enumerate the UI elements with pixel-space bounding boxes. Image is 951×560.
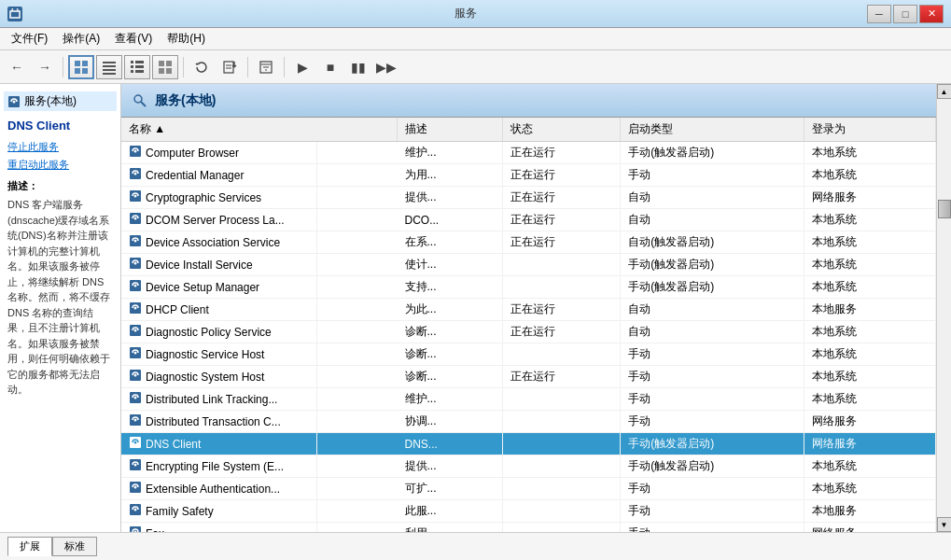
col-header-login[interactable]: 登录为 <box>804 118 936 142</box>
table-row[interactable]: Device Install Service使计...手动(触发器启动)本地系统 <box>121 254 936 276</box>
table-row[interactable]: Family Safety此服...手动本地服务 <box>121 500 936 523</box>
table-row[interactable]: Fax利用...手动网络服务 <box>121 523 936 533</box>
service-desc-cell: DNS... <box>398 433 503 455</box>
service-start-cell: 手动(触发器启动) <box>621 433 804 455</box>
service-icon <box>129 145 142 161</box>
service-icon <box>129 346 142 362</box>
service-name-text: Computer Browser <box>146 147 239 160</box>
main-scrollbar[interactable]: ▲ ▼ <box>936 84 951 532</box>
scroll-up-arrow[interactable]: ▲ <box>937 84 952 99</box>
service-desc-cell: 诊断... <box>398 366 503 388</box>
service-login-cell: 本地系统 <box>804 343 936 366</box>
services-icon <box>7 95 21 108</box>
service-name-cell: DCOM Server Process La... <box>121 209 317 231</box>
col-header-start[interactable]: 启动类型 <box>621 118 804 142</box>
svg-rect-15 <box>159 61 164 66</box>
service-icon <box>129 212 142 228</box>
service-icon <box>129 279 142 295</box>
service-name-text: Distributed Transaction C... <box>146 415 281 428</box>
stop-button[interactable]: ■ <box>317 55 343 79</box>
service-name-text: Device Setup Manager <box>146 281 259 294</box>
service-start-cell: 手动 <box>621 366 804 388</box>
service-start-cell: 手动 <box>621 500 804 523</box>
service-start-cell: 手动(触发器启动) <box>621 254 804 276</box>
service-name-text: DHCP Client <box>146 303 209 316</box>
view-btn-3[interactable] <box>124 55 150 79</box>
service-status-cell <box>502 276 621 299</box>
table-row[interactable]: Extensible Authentication...可扩...手动本地系统 <box>121 478 936 500</box>
close-button[interactable]: ✕ <box>919 5 944 23</box>
table-row[interactable]: Computer Browser维护...正在运行手动(触发器启动)本地系统 <box>121 142 936 164</box>
service-status-cell <box>502 478 621 500</box>
service-start-cell: 手动(触发器启动) <box>621 142 804 164</box>
left-service-title: DNS Client <box>4 119 117 133</box>
service-name-cell: Extensible Authentication... <box>121 478 317 499</box>
menu-action[interactable]: 操作(A) <box>55 29 107 49</box>
svg-rect-8 <box>103 73 116 75</box>
service-name-cell: DNS Client <box>121 433 317 455</box>
scroll-thumb[interactable] <box>938 200 951 218</box>
tab-extended[interactable]: 扩展 <box>7 537 52 556</box>
play-button[interactable]: ▶ <box>289 55 315 79</box>
table-row[interactable]: Cryptographic Services提供...正在运行自动网络服务 <box>121 187 936 209</box>
menu-view[interactable]: 查看(V) <box>107 29 160 49</box>
minimize-button[interactable]: ─ <box>867 5 891 23</box>
maximize-button[interactable]: □ <box>893 5 917 23</box>
refresh-button[interactable] <box>189 55 215 79</box>
restart-service-link[interactable]: 重启动此服务 <box>4 158 117 172</box>
service-name-text: Fax <box>146 527 164 533</box>
stop-service-link[interactable]: 停止此服务 <box>4 140 117 154</box>
table-row[interactable]: Diagnostic Service Host诊断...手动本地系统 <box>121 343 936 366</box>
svg-rect-3 <box>75 68 80 74</box>
col-header-status[interactable]: 状态 <box>502 118 621 142</box>
menu-file[interactable]: 文件(F) <box>4 29 55 49</box>
svg-point-33 <box>134 195 137 198</box>
svg-point-51 <box>134 397 137 399</box>
col-header-desc[interactable]: 描述 <box>398 118 503 142</box>
back-button[interactable]: ← <box>4 55 30 79</box>
service-description: DNS 客户端服务(dnscache)缓存域名系统(DNS)名称并注册该计算机的… <box>4 197 117 398</box>
table-row[interactable]: Distributed Link Tracking...维护...手动本地系统 <box>121 388 936 411</box>
main-area: 服务(本地) DNS Client 停止此服务 重启动此服务 描述： DNS 客… <box>0 84 951 532</box>
view-btn-4[interactable] <box>152 55 178 79</box>
svg-rect-16 <box>166 61 172 66</box>
table-row[interactable]: Diagnostic Policy Service诊断...正在运行自动本地系统 <box>121 321 936 343</box>
view-btn-1[interactable] <box>68 55 94 79</box>
skip-button[interactable]: ▶▶ <box>373 55 399 79</box>
service-start-cell: 自动 <box>621 187 804 209</box>
service-desc-cell: 诊断... <box>398 321 503 343</box>
table-row[interactable]: Distributed Transaction C...协调...手动网络服务 <box>121 411 936 433</box>
table-row[interactable]: Device Association Service在系...正在运行自动(触发… <box>121 231 936 254</box>
pause-button[interactable]: ▮▮ <box>345 55 371 79</box>
scroll-down-arrow[interactable]: ▼ <box>937 517 952 532</box>
table-row[interactable]: DHCP Client为此...正在运行自动本地服务 <box>121 299 936 321</box>
service-name-text: Encrypting File System (E... <box>146 460 284 473</box>
service-name-cell: Diagnostic Policy Service <box>121 321 317 343</box>
table-row[interactable]: DCOM Server Process La...DCO...正在运行自动本地系… <box>121 209 936 231</box>
table-row[interactable]: Diagnostic System Host诊断...正在运行手动本地系统 <box>121 366 936 388</box>
table-row[interactable]: Encrypting File System (E...提供...手动(触发器启… <box>121 455 936 478</box>
view-btn-2[interactable] <box>96 55 122 79</box>
export-button[interactable] <box>217 55 243 79</box>
filter-button[interactable] <box>253 55 279 79</box>
service-login-cell: 本地系统 <box>804 478 936 500</box>
service-login-cell: 本地服务 <box>804 299 936 321</box>
svg-point-25 <box>13 100 16 103</box>
right-panel-header: 服务(本地) <box>121 84 936 118</box>
toolbar-separator-3 <box>247 57 248 77</box>
forward-button[interactable]: → <box>32 55 58 79</box>
table-row[interactable]: Credential Manager为用...正在运行手动本地系统 <box>121 164 936 187</box>
menu-help[interactable]: 帮助(H) <box>160 29 213 49</box>
service-icon <box>129 324 142 340</box>
svg-point-31 <box>134 173 137 175</box>
services-table-container[interactable]: 名称 ▲ 描述 状态 启动类型 登录为 Computer Browser维护..… <box>121 118 936 532</box>
svg-rect-12 <box>135 65 144 68</box>
service-start-cell: 手动 <box>621 164 804 187</box>
svg-point-57 <box>134 464 137 467</box>
service-icon <box>129 413 142 429</box>
service-name-cell: Device Install Service <box>121 254 317 275</box>
col-header-name[interactable]: 名称 ▲ <box>121 118 398 142</box>
table-row[interactable]: DNS ClientDNS...手动(触发器启动)网络服务 <box>121 433 936 455</box>
tab-standard[interactable]: 标准 <box>52 537 97 556</box>
table-row[interactable]: Device Setup Manager支持...手动(触发器启动)本地系统 <box>121 276 936 299</box>
